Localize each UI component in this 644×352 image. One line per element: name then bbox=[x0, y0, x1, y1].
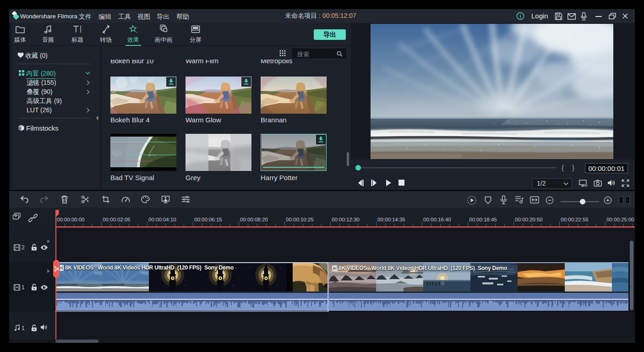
svg-text:00:00:04:10: 00:00:04:10 bbox=[148, 217, 176, 222]
svg-text:00:00:25:00: 00:00:25:00 bbox=[606, 217, 634, 222]
svg-text:00:00:06:15: 00:00:06:15 bbox=[194, 217, 222, 222]
svg-text:00:00:14:35: 00:00:14:35 bbox=[377, 217, 405, 222]
svg-text:00:00:08:20: 00:00:08:20 bbox=[240, 217, 268, 222]
svg-text:00:00:00:00: 00:00:00:00 bbox=[57, 217, 85, 222]
svg-text:00:00:18:45: 00:00:18:45 bbox=[469, 217, 497, 222]
svg-text:00:00:16:40: 00:00:16:40 bbox=[423, 217, 451, 222]
svg-text:00:00:12:30: 00:00:12:30 bbox=[332, 217, 360, 222]
svg-text:00:00:20:50: 00:00:20:50 bbox=[515, 217, 543, 222]
svg-text:00:00:02:05: 00:00:02:05 bbox=[103, 217, 131, 222]
svg-text:00:00:10:25: 00:00:10:25 bbox=[286, 217, 314, 222]
svg-text:00:00:22:55: 00:00:22:55 bbox=[561, 217, 589, 222]
